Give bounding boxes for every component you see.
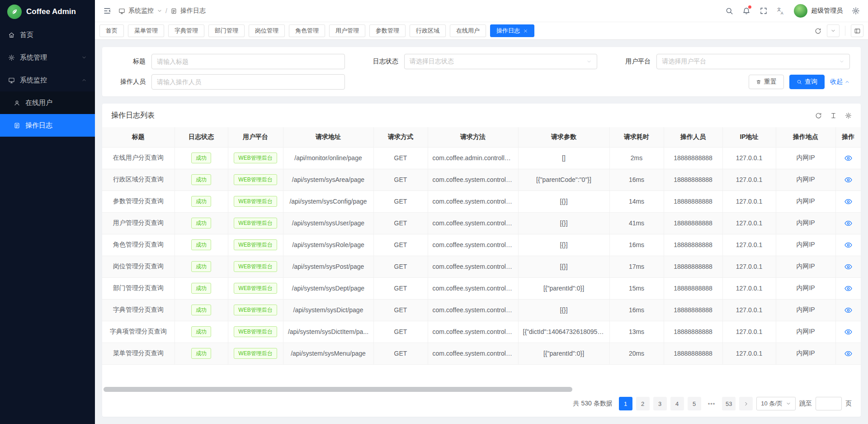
reset-button-label: 重置: [764, 78, 777, 86]
collapse-link-label: 收起: [830, 78, 843, 86]
sidebar-item-operation-logs[interactable]: 操作日志: [0, 114, 95, 137]
tab-dropdown-button[interactable]: [827, 24, 840, 37]
sidebar-item-system-management[interactable]: 系统管理: [0, 46, 95, 69]
table-row: 参数管理分页查询成功WEB管理后台/api/system/sysConfig/p…: [102, 191, 861, 212]
tab-label: 角色管理: [295, 27, 319, 35]
cell-platform: WEB管理后台: [228, 212, 283, 234]
view-detail-icon[interactable]: [844, 154, 853, 162]
page-button-2[interactable]: 2: [636, 397, 650, 410]
cell-url: /api/system/sysDict/page: [283, 299, 373, 321]
page-size-select[interactable]: 10 条/页: [756, 397, 796, 410]
search-icon[interactable]: [725, 7, 733, 15]
reset-button[interactable]: 重置: [749, 75, 784, 89]
platform-tag: WEB管理后台: [234, 326, 277, 337]
translate-icon[interactable]: 文A: [777, 7, 785, 15]
menu-fold-icon[interactable]: [103, 7, 111, 15]
log-list-card: 操作日志列表 标题日志: [102, 104, 861, 417]
filter-title-label: 标题: [113, 57, 146, 66]
view-detail-icon[interactable]: [844, 262, 853, 271]
view-detail-icon[interactable]: [844, 284, 853, 293]
layout-icon: [854, 28, 861, 34]
layout-toggle-button[interactable]: [851, 24, 863, 37]
next-page-button[interactable]: [739, 397, 753, 410]
scrollbar-thumb[interactable]: [104, 387, 572, 392]
view-detail-icon[interactable]: [844, 328, 853, 336]
view-detail-icon[interactable]: [844, 197, 853, 206]
refresh-icon[interactable]: [815, 112, 822, 119]
breadcrumb-parent[interactable]: 系统监控: [128, 7, 154, 15]
tab-岗位管理[interactable]: 岗位管理: [249, 24, 285, 37]
cell-status: 成功: [175, 191, 228, 212]
tab-菜单管理[interactable]: 菜单管理: [128, 24, 164, 37]
view-detail-icon[interactable]: [844, 241, 853, 249]
sidebar-item-label: 操作日志: [25, 121, 52, 130]
tab-操作日志[interactable]: 操作日志: [490, 24, 534, 37]
tab-字典管理[interactable]: 字典管理: [168, 24, 204, 37]
column-header-1: 日志状态: [175, 127, 228, 147]
cell-status: 成功: [175, 212, 228, 234]
tab-参数管理[interactable]: 参数管理: [369, 24, 406, 37]
cell-method: GET: [373, 256, 428, 277]
search-button[interactable]: 查询: [789, 75, 825, 89]
jump-page-input[interactable]: [816, 397, 842, 410]
column-header-8: 操作人员: [664, 127, 722, 147]
cell-status: 成功: [175, 147, 228, 169]
close-icon[interactable]: [523, 29, 528, 33]
cell-params: [{}]: [518, 299, 609, 321]
logo-leaf-icon: [7, 5, 22, 19]
sidebar-item-system-monitor[interactable]: 系统监控: [0, 69, 95, 91]
cell-action: [835, 234, 861, 256]
tab-行政区域[interactable]: 行政区域: [410, 24, 446, 37]
tab-首页[interactable]: 首页: [99, 24, 124, 37]
page-button-1[interactable]: 1: [619, 397, 632, 410]
column-settings-icon[interactable]: [845, 112, 852, 119]
page-button-5[interactable]: 5: [688, 397, 701, 410]
column-header-6: 请求参数: [518, 127, 609, 147]
view-detail-icon[interactable]: [844, 306, 853, 314]
cell-platform: WEB管理后台: [228, 147, 283, 169]
title-input[interactable]: [151, 54, 345, 69]
filter-operator-label: 操作人员: [113, 78, 146, 86]
table-row: 菜单管理分页查询成功WEB管理后台/api/system/sysMenu/pag…: [102, 343, 861, 364]
jump-unit: 页: [845, 400, 852, 408]
cell-ip: 127.0.0.1: [722, 191, 776, 212]
cell-method: GET: [373, 299, 428, 321]
platform-select[interactable]: 请选择用户平台: [656, 54, 850, 69]
filter-actions: 重置 查询 收起: [366, 74, 850, 90]
tab-label: 在线用户: [456, 27, 480, 35]
sidebar-item-online-users[interactable]: 在线用户: [0, 91, 95, 114]
page-button-3[interactable]: 3: [653, 397, 667, 410]
view-detail-icon[interactable]: [844, 176, 853, 184]
cell-params: [{}]: [518, 212, 609, 234]
refresh-icon[interactable]: [815, 28, 821, 34]
cell-title: 部门管理分页查询: [102, 277, 175, 299]
table-row: 角色管理分页查询成功WEB管理后台/api/system/sysRole/pag…: [102, 234, 861, 256]
sidebar-item-home[interactable]: 首页: [0, 24, 95, 46]
cell-title: 用户管理分页查询: [102, 212, 175, 234]
column-header-5: 请求方法: [428, 127, 518, 147]
filter-operator: 操作人员: [113, 74, 345, 90]
page-button-4[interactable]: 4: [670, 397, 684, 410]
view-detail-icon[interactable]: [844, 349, 853, 358]
collapse-link[interactable]: 收起: [830, 78, 850, 86]
tab-用户管理[interactable]: 用户管理: [329, 24, 365, 37]
cell-operator: 18888888888: [664, 169, 722, 191]
fullscreen-icon[interactable]: [760, 7, 768, 15]
filter-platform: 用户平台 请选择用户平台: [618, 54, 850, 69]
user-menu[interactable]: 超级管理员: [794, 4, 843, 18]
notifications-button[interactable]: [742, 7, 750, 15]
operator-input[interactable]: [151, 74, 345, 90]
page-button-53[interactable]: 53: [722, 397, 736, 410]
topbar: 系统监控 / 操作日志 文A 超级管理员: [95, 0, 868, 22]
cell-duration: 16ms: [609, 299, 664, 321]
view-detail-icon[interactable]: [844, 219, 853, 228]
platform-tag: WEB管理后台: [234, 196, 277, 207]
page-ellipsis[interactable]: •••: [705, 397, 719, 410]
cell-params: [{"parentId":0}]: [518, 343, 609, 364]
settings-icon[interactable]: [852, 7, 860, 15]
tab-部门管理[interactable]: 部门管理: [208, 24, 245, 37]
tab-在线用户[interactable]: 在线用户: [450, 24, 486, 37]
status-select[interactable]: 请选择日志状态: [404, 54, 598, 69]
tab-角色管理[interactable]: 角色管理: [289, 24, 325, 37]
density-icon[interactable]: [830, 112, 837, 119]
